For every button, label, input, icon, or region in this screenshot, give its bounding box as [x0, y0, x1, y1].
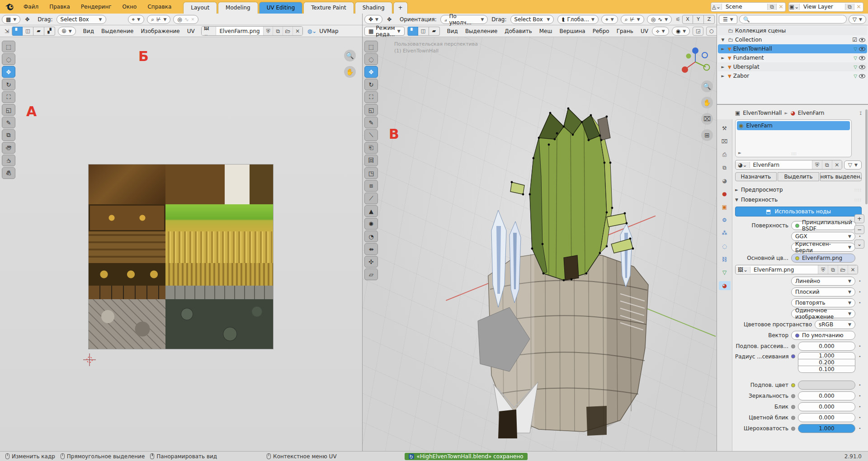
slot-specials-dropdown[interactable]: ⌄ [854, 240, 864, 249]
uv-pan-icon[interactable]: ✋ [344, 66, 356, 78]
subsurface-value-field[interactable]: 0.000 [798, 342, 855, 351]
uv-menu-view[interactable]: Вид [80, 28, 98, 34]
uv-island-select-button[interactable]: ▞ [44, 27, 55, 36]
projection-dropdown[interactable]: Плоский▼ [791, 287, 855, 296]
uvmap-icon[interactable]: ◍⌄ [307, 28, 317, 34]
image-browse-icon[interactable]: 🖽⌄ [202, 26, 217, 36]
view-layer-name[interactable]: View Layer [800, 4, 845, 10]
uv-tool-annotate[interactable]: ✎ [2, 117, 15, 128]
object-eye-icon[interactable] [859, 47, 865, 51]
image-copy-icon[interactable]: ⧉ [273, 27, 283, 35]
uv-face-select-button[interactable]: ▰ [33, 27, 44, 36]
uv-pivot-dropdown[interactable]: ⌖▼ [128, 15, 145, 24]
vp-menu-add[interactable]: Добавить [501, 28, 535, 34]
assign-button[interactable]: Назначить [735, 172, 777, 181]
material-unlink-icon[interactable]: ✕ [832, 160, 842, 169]
vp-tool-rotate[interactable]: ↻ [364, 79, 378, 90]
specular-field[interactable]: 0.000 [798, 402, 855, 411]
vp-menu-uv[interactable]: UV [637, 28, 652, 34]
uv-editor-type-button[interactable]: ▩▼ [2, 15, 20, 24]
select-button[interactable]: Выделить [778, 172, 819, 181]
uv-menu-image[interactable]: Изображение [137, 28, 183, 34]
colorspace-dropdown[interactable]: sRGB▼ [815, 320, 855, 329]
uv-tool-pinch[interactable]: 🖏 [2, 167, 15, 179]
vertex-mode-button[interactable]: ▘ [407, 27, 418, 36]
add-slot-button[interactable]: + [854, 214, 864, 223]
outliner-item-zabor[interactable]: ►▼ Zabor ▽ [718, 71, 867, 80]
metallic-field[interactable]: 0.000 [798, 391, 855, 400]
mirror-z-button[interactable]: Z [704, 15, 715, 24]
object-eye-icon[interactable] [859, 65, 865, 69]
slot-list-expand-icon[interactable]: ► [738, 151, 741, 155]
material-name[interactable]: ElvenFarn [750, 162, 812, 168]
radius-y-field[interactable]: 0.200 [798, 359, 855, 366]
menu-file[interactable]: Файл [18, 4, 44, 10]
uv-tool-move[interactable]: ✥ [2, 66, 15, 78]
vp-tool-knife[interactable]: ⟋ [364, 193, 378, 204]
tab-material[interactable]: ◕ [719, 281, 731, 290]
vp-tool-scale[interactable]: ⛶ [364, 91, 378, 103]
uv-tool-rotate[interactable]: ↻ [2, 79, 15, 90]
vp-pan-icon[interactable]: ✋ [701, 97, 713, 108]
tab-texture-paint[interactable]: Texture Paint [303, 2, 354, 14]
interpolation-dropdown[interactable]: Линейно▼ [791, 277, 855, 286]
tab-constraints[interactable]: ⛓ [719, 255, 731, 264]
outliner-display-mode-dropdown[interactable]: ☰▼ [719, 15, 737, 24]
material-fake-user-icon[interactable]: ⛨ [812, 160, 822, 169]
object-eye-icon[interactable] [859, 56, 865, 60]
uv-menu-select[interactable]: Выделение [98, 28, 137, 34]
uv-tool-grab[interactable]: 🖑 [2, 142, 15, 154]
outliner-search-input[interactable]: 🔍 [739, 15, 847, 24]
breadcrumb-material[interactable]: ElvenFarn [798, 110, 825, 116]
uv-vertex-select-button[interactable]: ▘ [12, 27, 23, 36]
roughness-slider[interactable]: 1.000 [798, 424, 855, 433]
material-copy-icon[interactable]: ⧉ [822, 160, 832, 169]
vp-canvas[interactable]: Пользовательская перспектива (1) ElvenTo… [363, 37, 717, 451]
tab-layout[interactable]: Layout [183, 2, 217, 14]
xray-toggle-button[interactable]: ◲ [693, 27, 703, 36]
outliner-collection-row[interactable]: ▼🗀 Collection ☑ [718, 35, 867, 44]
vp-transform-orientation-dropdown[interactable]: ⮬Глоба...▼ [557, 15, 599, 24]
vp-orientation-dropdown[interactable]: ⟓По умолч...▼ [440, 15, 488, 24]
texture-image-browse-icon[interactable]: 🖽⌄ [736, 267, 750, 273]
uv-sync-select-icon[interactable]: ⇲ [5, 28, 9, 34]
tab-tool[interactable]: ⚒ [719, 124, 731, 133]
vp-tool-annotate[interactable]: ✎ [364, 117, 378, 128]
view-layer-icon[interactable]: ▣⌄ [789, 4, 800, 10]
vp-pivot-dropdown[interactable]: ⌖▼ [601, 15, 618, 24]
tab-object-data[interactable]: ▽ [719, 268, 731, 277]
distribution-dropdown[interactable]: GGX▼ [791, 232, 855, 241]
vp-tool-inset[interactable]: 回 [364, 155, 378, 166]
tab-view-layer[interactable]: ⧉ [719, 163, 731, 172]
vp-tool-polybuild[interactable]: ▲ [364, 205, 378, 217]
radius-x-field[interactable]: 1.000 [798, 352, 855, 359]
edge-mode-button[interactable]: ◫ [418, 27, 429, 36]
surface-shader-button[interactable]: Принципиальный BSDF [791, 221, 856, 230]
shading-wireframe-button[interactable]: ○ [706, 27, 717, 36]
vp-menu-view[interactable]: Вид [443, 28, 462, 34]
tab-world[interactable]: ● [719, 189, 731, 198]
material-slot-row[interactable]: ◉ ElvenFarn [737, 121, 850, 130]
material-browse-icon[interactable]: ◕⌄ [736, 162, 750, 168]
navigation-gizmo[interactable] [680, 47, 710, 77]
extension-dropdown[interactable]: Повторять▼ [791, 298, 855, 307]
scene-copy-icon[interactable]: ⧉ [767, 4, 776, 10]
base-color-button[interactable]: ElvenFarm.png [791, 254, 855, 263]
uv-tool-scale[interactable]: ⛶ [2, 91, 15, 103]
vp-menu-face[interactable]: Грань [613, 28, 637, 34]
vp-tool-select-circle[interactable]: ◌ [364, 53, 378, 65]
uv-tool-transform[interactable]: ◱ [2, 104, 15, 116]
texture-unlink-icon[interactable]: ✕ [848, 265, 858, 274]
texture-folder-icon[interactable]: 🗁 [838, 265, 848, 274]
slot-list-grip[interactable]: :::: [791, 151, 797, 156]
scene-icon[interactable]: ◬⌄ [711, 4, 722, 10]
vp-tool-move[interactable]: ✥ [364, 66, 378, 78]
collection-eye-icon[interactable] [859, 38, 865, 42]
tab-particles[interactable]: ⁂ [719, 229, 731, 238]
vp-tool-shrink[interactable]: ✣ [364, 256, 378, 268]
tab-uv-editing[interactable]: UV Editing [259, 2, 303, 14]
menu-edit[interactable]: Правка [44, 4, 75, 10]
texture-copy-icon[interactable]: ⧉ [828, 265, 838, 274]
remove-slot-button[interactable]: − [854, 225, 864, 234]
collection-checkbox[interactable]: ☑ [852, 37, 857, 43]
